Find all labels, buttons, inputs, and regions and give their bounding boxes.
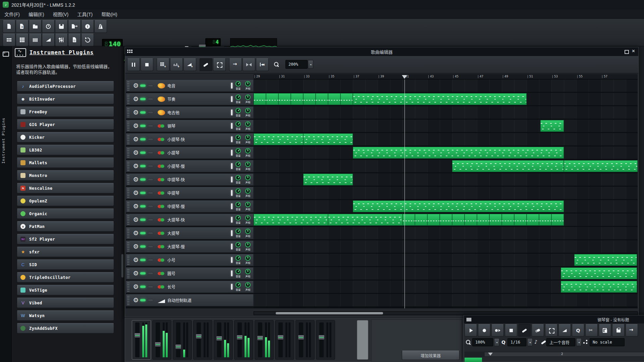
track-header[interactable]: ⚙小提琴-快音量声相	[126, 133, 254, 145]
pan-knob[interactable]	[245, 81, 251, 86]
save-project-button[interactable]	[55, 20, 68, 33]
mixer-strip[interactable]	[193, 320, 212, 360]
fader-handle[interactable]	[236, 335, 243, 340]
pattern-segment[interactable]	[564, 160, 638, 172]
fader-handle[interactable]	[155, 342, 161, 347]
add-sample-track-button[interactable]	[170, 58, 183, 71]
track-header[interactable]: ⚙电音音量声相	[126, 79, 254, 92]
track-header[interactable]: ⚙电吉他音量声相	[126, 106, 254, 119]
plugin-item[interactable]: FreeBoy	[17, 107, 114, 117]
vol-knob[interactable]	[235, 175, 241, 180]
plugin-item[interactable]: ZynAddSubFX	[17, 323, 114, 334]
pattern-segment[interactable]	[254, 214, 328, 226]
track-lane[interactable]	[254, 294, 638, 306]
mute-led[interactable]	[140, 125, 146, 127]
solo-led[interactable]	[148, 165, 153, 167]
mute-led[interactable]	[140, 299, 146, 301]
vol-knob[interactable]	[235, 148, 241, 154]
track-grip[interactable]	[127, 81, 129, 90]
track-gear-icon[interactable]: ⚙	[131, 257, 140, 263]
track-gear-icon[interactable]: ⚙	[131, 217, 140, 223]
pan-knob[interactable]	[245, 175, 251, 180]
edit-mode-button[interactable]	[213, 58, 226, 71]
pattern-segment[interactable]	[340, 93, 353, 105]
pattern-segment[interactable]	[316, 93, 328, 105]
vol-knob[interactable]	[235, 135, 241, 140]
metronome-button[interactable]	[94, 20, 107, 33]
track-gear-icon[interactable]: ⚙	[131, 203, 140, 209]
new-from-template-button[interactable]	[16, 20, 29, 33]
pan-knob[interactable]	[245, 148, 251, 154]
pattern-segment[interactable]	[303, 133, 353, 145]
pattern-segment[interactable]	[328, 93, 340, 105]
vol-knob[interactable]	[235, 202, 241, 207]
plugin-item[interactable]: VeSTige	[17, 285, 114, 295]
pattern-segment[interactable]	[303, 93, 316, 105]
track-header[interactable]: ⚙大提琴音量声相	[126, 227, 254, 239]
track-header[interactable]: ⚙自动控制轨道	[126, 294, 254, 306]
record-button[interactable]	[478, 324, 490, 337]
pattern-segment[interactable]	[514, 214, 527, 226]
zoom-q-button[interactable]	[572, 324, 584, 337]
vol-knob[interactable]	[235, 269, 241, 274]
solo-led[interactable]	[148, 205, 153, 207]
vol-knob[interactable]	[235, 108, 241, 113]
track-lane[interactable]	[254, 227, 638, 239]
pause-button[interactable]	[127, 58, 140, 71]
solo-led[interactable]	[148, 272, 153, 275]
solo-led[interactable]	[148, 259, 153, 261]
pan-knob[interactable]	[245, 255, 251, 261]
mute-led[interactable]	[140, 205, 146, 207]
track-lane[interactable]	[254, 133, 638, 145]
fader-handle[interactable]	[257, 336, 263, 341]
pattern-segment[interactable]	[278, 93, 291, 105]
vol-knob[interactable]	[235, 215, 241, 221]
plugin-item[interactable]: Kicker	[17, 132, 114, 142]
track-header[interactable]: ⚙中提琴-慢音量声相	[126, 200, 254, 213]
plugin-item[interactable]: ♪AudioFileProcessor	[17, 81, 114, 92]
recently-opened-button[interactable]	[42, 20, 55, 33]
pr-zoom-value[interactable]: 100%	[472, 338, 493, 346]
fader-handle[interactable]	[134, 333, 141, 338]
pattern-segment[interactable]	[574, 254, 637, 266]
track-grip[interactable]	[127, 255, 129, 265]
vol-knob[interactable]	[235, 121, 241, 127]
bb-editor-button[interactable]	[16, 34, 29, 46]
solo-led[interactable]	[148, 219, 153, 221]
pattern-segment[interactable]	[415, 214, 427, 226]
menu-item-4[interactable]: 帮助(H)	[97, 9, 121, 18]
mixer-strip[interactable]	[234, 320, 253, 360]
plugin-item[interactable]: Organic	[17, 208, 114, 219]
solo-led[interactable]	[148, 152, 153, 154]
mute-led[interactable]	[140, 232, 146, 234]
fader-handle[interactable]	[175, 344, 181, 349]
track-lane[interactable]	[254, 120, 638, 132]
playhead-marker[interactable]	[402, 75, 407, 79]
pattern-segment[interactable]	[291, 93, 303, 105]
add-bb-track-button[interactable]	[157, 58, 169, 71]
record-play-button[interactable]	[491, 324, 504, 337]
track-header[interactable]: ⚙小提琴音量声相	[126, 146, 254, 159]
track-grip[interactable]	[127, 282, 129, 292]
track-gear-icon[interactable]: ⚙	[131, 123, 140, 129]
stop-button[interactable]	[505, 324, 517, 337]
track-grip[interactable]	[127, 94, 129, 104]
close-icon[interactable]	[631, 49, 637, 55]
fader-handle[interactable]	[216, 336, 222, 341]
pattern-segment[interactable]	[452, 160, 564, 172]
pattern-segment[interactable]	[527, 214, 539, 226]
solo-led[interactable]	[148, 232, 153, 234]
open-project-button[interactable]	[29, 20, 42, 33]
track-lane[interactable]	[254, 173, 638, 186]
pan-knob[interactable]	[245, 135, 251, 140]
plugin-item[interactable]: Mallets	[17, 158, 114, 168]
play-button[interactable]	[465, 324, 477, 337]
track-grip[interactable]	[127, 228, 129, 238]
pan-knob[interactable]	[245, 229, 251, 234]
mixer-strip[interactable]	[152, 320, 171, 360]
mixer-strip[interactable]	[255, 320, 274, 360]
pattern-segment[interactable]	[427, 214, 440, 226]
mute-led[interactable]	[140, 178, 146, 181]
fx-mixer-button[interactable]	[55, 34, 68, 46]
pan-knob[interactable]	[245, 282, 251, 288]
